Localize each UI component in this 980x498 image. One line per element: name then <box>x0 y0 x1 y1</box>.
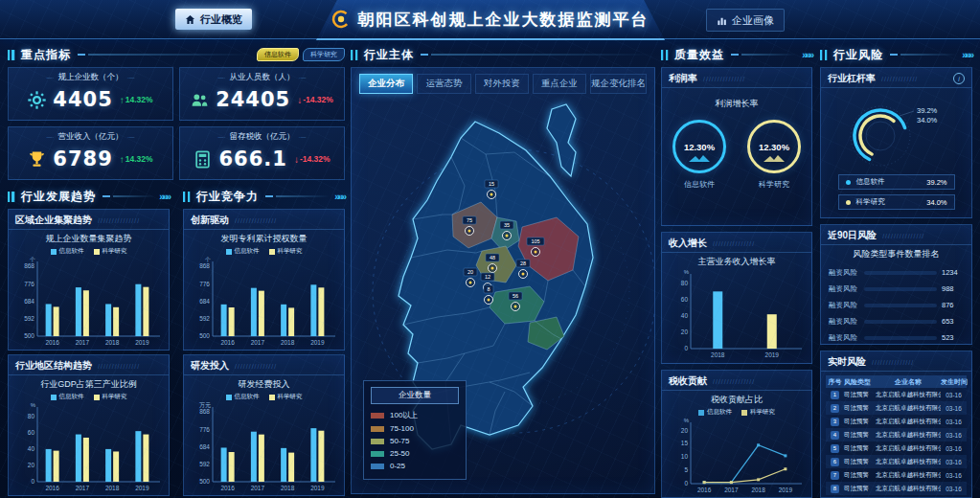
section-bars-icon <box>351 50 359 60</box>
row-index-badge: 2 <box>831 404 839 413</box>
row-index-badge: 5 <box>831 444 839 453</box>
table-row[interactable]: 2司法预警北京启航卓越科技有限公司03-16 <box>826 401 967 415</box>
platform-logo-icon <box>331 10 351 29</box>
stat-card-body: 4405↑14.32% <box>14 88 167 111</box>
chart-gdp: 行业GDP占第三产业比例信息软件科学研究%0204060802016201720… <box>9 378 169 493</box>
table-row[interactable]: 5司法预警北京启航卓越科技有限公司03-16 <box>826 441 967 455</box>
stat-card[interactable]: 营业收入（亿元）6789↑14.32% <box>8 126 173 180</box>
industry-trend-title: 行业发展趋势 <box>21 189 96 205</box>
company-name-cell: 北京启航卓越科技有限公司 <box>876 418 941 426</box>
stat-card[interactable]: 规上企业数（个）4405↑14.32% <box>8 67 173 121</box>
svg-text:592: 592 <box>24 315 34 322</box>
row-index-badge: 7 <box>831 471 839 480</box>
table-row[interactable]: 1司法预警北京启航卓越科技有限公司03-16 <box>826 388 967 401</box>
rank-bar-track <box>864 320 937 324</box>
company-name-cell: 北京启航卓越科技有限公司 <box>876 444 941 453</box>
risk-type-cell: 司法预警 <box>844 444 876 453</box>
rank-bar-track <box>864 304 937 307</box>
section-industry-main: 行业主体 企业分布运营态势对外投资重点企业规企变化排名 <box>351 46 655 492</box>
risk-type-cell: 司法预警 <box>844 391 876 399</box>
tab-2[interactable]: 运营态势 <box>417 74 470 94</box>
svg-text:15: 15 <box>489 181 494 187</box>
panel-tax: 税收贡献/////////////// 税收贡献占比信息软件科学研究%05101… <box>661 370 812 498</box>
svg-text:%: % <box>684 418 690 423</box>
expand-arrows-icon[interactable]: »»» <box>802 50 812 60</box>
svg-text:776: 776 <box>24 281 34 287</box>
expand-arrows-icon[interactable]: »»» <box>962 50 972 60</box>
slashes-decor: ///////////// <box>881 76 953 82</box>
svg-text:2019: 2019 <box>765 351 780 358</box>
rank-value: 988 <box>942 284 964 293</box>
tab-3[interactable]: 对外投资 <box>475 74 529 94</box>
stat-card-body: 6789↑14.32% <box>14 147 167 170</box>
table-row[interactable]: 6司法预警北京启航卓越科技有限公司03-16 <box>826 455 967 468</box>
risk-rank-row[interactable]: 融资风险653 <box>829 313 964 329</box>
nav-enterprise-portrait[interactable]: 企业画像 <box>706 9 785 32</box>
info-icon[interactable]: i <box>953 73 965 84</box>
svg-text:2016: 2016 <box>45 485 59 491</box>
legend-dot <box>846 200 851 205</box>
slashes-decor: /////////////// <box>872 359 965 366</box>
risk-rank-row[interactable]: 融资风险876 <box>829 297 964 313</box>
svg-text:2016: 2016 <box>45 339 59 346</box>
stat-delta-value: 14.32% <box>125 95 153 104</box>
svg-text:48: 48 <box>490 255 495 260</box>
table-row[interactable]: 7司法预警北京启航卓越科技有限公司03-16 <box>826 468 967 482</box>
row-index-cell: 3 <box>826 418 844 426</box>
tax-subtitle: 税收贡献 <box>669 374 707 388</box>
expand-arrows-icon[interactable]: »»» <box>334 192 345 202</box>
trend-down-icon: ↓ <box>294 154 299 165</box>
stat-delta-value: 14.32% <box>125 154 153 164</box>
svg-text:2017: 2017 <box>250 485 264 491</box>
tab-1[interactable]: 企业分布 <box>359 74 413 94</box>
legend-label: 科学研究 <box>750 408 775 417</box>
filter-badge-info-software[interactable]: 信息软件 <box>257 48 299 61</box>
filter-badge-sci-research[interactable]: 科学研究 <box>303 48 345 61</box>
stat-card[interactable]: 从业人员数（人）24405↓-14.32% <box>179 67 345 121</box>
tab-5[interactable]: 规企变化排名 <box>590 74 647 94</box>
expand-arrows-icon[interactable]: »»» <box>159 192 170 202</box>
stat-card[interactable]: 留存税收（亿元）666.1↓-14.32% <box>179 126 345 180</box>
realtime-risk-table: 序号风险类型企业名称发生时间1司法预警北京启航卓越科技有限公司03-162司法预… <box>826 375 967 495</box>
risk-rank-row[interactable]: 融资风险523 <box>829 329 964 346</box>
svg-text:10: 10 <box>681 453 689 460</box>
table-row[interactable]: 8司法预警北京启航卓越科技有限公司03-16 <box>826 482 967 495</box>
nav-industry-overview[interactable]: 行业概览 <box>175 9 252 30</box>
tab-4[interactable]: 重点企业 <box>533 74 586 94</box>
svg-text:2017: 2017 <box>75 485 89 491</box>
risk-type-cell: 司法预警 <box>844 485 876 493</box>
slashes-decor: /////////////// <box>882 233 965 239</box>
table-row[interactable]: 3司法预警北京启航卓越科技有限公司03-16 <box>826 415 967 428</box>
svg-text:60: 60 <box>681 296 689 303</box>
svg-text:2018: 2018 <box>104 339 119 346</box>
svg-text:2019: 2019 <box>310 485 325 491</box>
svg-text:80: 80 <box>27 413 34 419</box>
trend-up-icon: ↑ <box>120 95 125 105</box>
dashboard-root: 行业概览 朝阳区科创规上企业大数据监测平台 企业画像 重点指标 信息软件 科学研… <box>0 0 980 498</box>
table-row[interactable]: 4司法预警北京启航卓越科技有限公司03-16 <box>826 428 967 441</box>
legend-swatch <box>226 395 232 400</box>
panel-map: 企业分布运营态势对外投资重点企业规企变化排名 <box>351 67 655 494</box>
nav-portrait-label: 企业画像 <box>732 13 774 28</box>
gauge-mountain-icon <box>689 148 710 166</box>
company-name-cell: 北京启航卓越科技有限公司 <box>876 471 941 480</box>
svg-text:39.2%: 39.2% <box>917 106 938 115</box>
stat-delta-value: -14.32% <box>303 95 333 104</box>
legend-swatch <box>371 439 384 444</box>
people-icon <box>191 91 209 109</box>
svg-text:56: 56 <box>513 293 518 299</box>
legend-label: 信息软件 <box>235 247 260 256</box>
risk-type-cell: 司法预警 <box>844 458 876 466</box>
chart-legend: 信息软件科学研究 <box>9 393 169 401</box>
stat-value: 24405 <box>216 88 290 111</box>
risk-rank-row[interactable]: 融资风险1234 <box>829 264 964 281</box>
realtime-subtitle: 实时风险 <box>828 355 866 369</box>
chart-rnd: 研发经费投入信息软件科学研究万元500592684776868201620172… <box>184 378 344 493</box>
stat-card-label: 从业人员数（人） <box>186 72 338 83</box>
svg-text:15: 15 <box>681 440 689 446</box>
svg-text:2019: 2019 <box>310 339 325 346</box>
risk-rank-row[interactable]: 融资风险988 <box>829 281 964 297</box>
svg-text:2019: 2019 <box>135 485 149 491</box>
profit-chart-title: 利润增长率 <box>662 98 811 110</box>
district-map: 15753510548282012856 企业数量 100以上75-10050-… <box>352 95 654 493</box>
